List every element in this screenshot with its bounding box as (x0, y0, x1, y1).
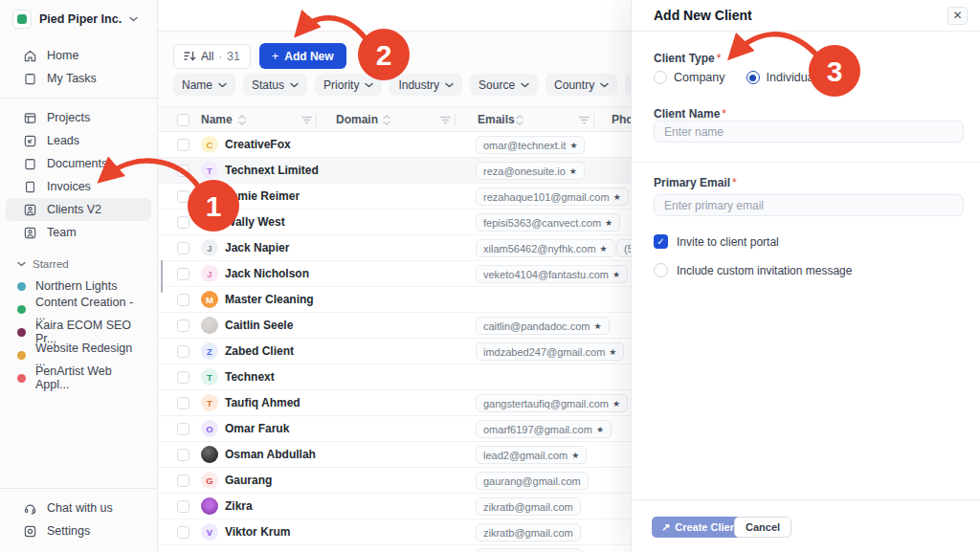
client-name-cell[interactable]: Zabed Client (225, 339, 294, 364)
email-chip[interactable]: reza@onesuite.io ★ (476, 162, 585, 180)
sidebar-item-settings[interactable]: Settings (6, 519, 151, 542)
row-checkbox[interactable] (177, 526, 189, 539)
email-chip[interactable]: omarf6197@gmail.com ★ (476, 420, 612, 438)
client-name-field[interactable] (654, 121, 964, 143)
client-name-cell[interactable]: Gaurang (225, 468, 272, 494)
filter-chip-industry[interactable]: Industry (390, 74, 462, 96)
row-checkbox[interactable] (177, 345, 189, 358)
sidebar-item-invoices[interactable]: Invoices (6, 175, 151, 198)
email-chip[interactable]: caitlin@pandadoc.com ★ (476, 317, 610, 335)
row-checkbox[interactable] (177, 216, 189, 229)
email-chip[interactable]: gangstertaufiq@gmail.com ★ (476, 394, 628, 412)
email-chip[interactable]: xilam56462@nyfhk.com ★ (476, 239, 615, 257)
star-icon: ★ (613, 192, 621, 202)
email-chip[interactable]: imdzabed247@gmail.com ★ (476, 342, 624, 361)
sidebar-item-projects[interactable]: Projects (6, 106, 151, 129)
sidebar-item-documents[interactable]: Documents (6, 152, 151, 175)
star-icon: ★ (571, 451, 579, 460)
filter-chip-status[interactable]: Status (243, 74, 307, 96)
client-name-cell[interactable]: CreativeFox (225, 132, 291, 158)
starred-item[interactable]: Content Creation - ... (0, 298, 157, 320)
sidebar-item-label: Home (47, 49, 78, 62)
row-checkbox[interactable] (177, 500, 189, 513)
row-checkbox[interactable] (177, 294, 189, 306)
sort-toggle-icon[interactable] (383, 115, 390, 125)
email-chip[interactable]: rezahaque101@gmail.com ★ (476, 188, 629, 206)
radio-individual[interactable]: Individual (746, 71, 817, 84)
workspace-switcher[interactable]: Pied Piper Inc. (0, 8, 157, 31)
row-checkbox[interactable] (177, 139, 189, 151)
checkbox-unchecked-icon (654, 263, 668, 277)
filter-icon[interactable] (579, 116, 590, 124)
client-name-cell[interactable]: Master Cleaning (225, 287, 314, 313)
starred-item[interactable]: Northern Lights (0, 275, 157, 298)
close-icon[interactable]: ✕ (947, 7, 968, 25)
filter-chip-label: Status (252, 78, 284, 92)
email-chip[interactable]: omar@technext.it ★ (476, 136, 585, 154)
row-checkbox[interactable] (177, 268, 189, 280)
starred-item[interactable]: Website Redesign ... (0, 343, 157, 366)
row-checkbox[interactable] (177, 320, 189, 332)
select-all-checkbox[interactable] (177, 114, 189, 126)
email-chip[interactable]: gaurang@gmail.com (476, 472, 589, 490)
filter-chip-source[interactable]: Source (470, 74, 538, 96)
radio-company[interactable]: Company (654, 71, 725, 84)
starred-item[interactable]: Kaira ECOM SEO Pr... (0, 320, 157, 343)
column-header-domain[interactable]: Domain (336, 107, 378, 133)
sidebar-item-my-tasks[interactable]: My Tasks (6, 67, 151, 90)
add-new-button[interactable]: + Add New (259, 43, 346, 69)
email-chip[interactable]: lead2@gmail.com ★ (476, 446, 587, 464)
sort-toggle-icon[interactable] (516, 115, 523, 125)
client-name-cell[interactable]: Osman Abdullah (225, 442, 316, 468)
client-name-cell[interactable]: Jack Napier (225, 235, 289, 261)
starred-section-toggle[interactable]: Starred (0, 254, 157, 275)
column-header-emails[interactable]: Emails (478, 107, 515, 133)
client-name-cell[interactable]: Technext (225, 364, 275, 390)
email-text: veketo4104@fantastu.com (483, 269, 609, 280)
column-header-name[interactable]: Name (201, 107, 233, 133)
row-checkbox[interactable] (177, 423, 189, 435)
sidebar-footer: Chat with us Settings (0, 497, 157, 542)
sidebar-item-leads[interactable]: Leads (6, 129, 151, 152)
sidebar-item-home[interactable]: Home (6, 44, 151, 67)
email-chip[interactable]: zikratb@gmail.com (476, 523, 581, 541)
row-checkbox[interactable] (177, 475, 189, 487)
client-name-cell[interactable]: Caitlin Seele (225, 313, 293, 339)
filter-icon[interactable] (440, 116, 451, 124)
cancel-button[interactable]: Cancel (734, 517, 791, 538)
client-name-cell[interactable]: Omar Faruk (225, 416, 289, 442)
view-filter-chip[interactable]: All · 31 (173, 44, 251, 69)
filter-chip-country[interactable]: Country (546, 74, 617, 96)
starred-item[interactable]: PenArtist Web Appl... (0, 366, 157, 389)
sidebar-item-chat-with-us[interactable]: Chat with us (6, 497, 151, 519)
project-color-dot (17, 282, 26, 291)
invite-portal-checkbox[interactable]: ✓ Invite to client portal (654, 234, 779, 249)
row-checkbox[interactable] (177, 397, 189, 409)
filter-icon[interactable] (301, 116, 312, 124)
custom-message-checkbox[interactable]: Include custom invitation message (654, 263, 852, 277)
row-checkbox[interactable] (177, 242, 189, 254)
client-name-cell[interactable]: Zikra (225, 494, 253, 519)
client-name-cell[interactable]: Viktor Krum (225, 519, 290, 545)
row-checkbox[interactable] (177, 371, 189, 384)
row-checkbox[interactable] (177, 449, 189, 461)
client-name-cell[interactable]: Technext Limited (225, 158, 319, 184)
email-chip[interactable]: zikratb@gmail.com (476, 497, 581, 516)
client-name-cell[interactable]: Jamie Reimer (225, 184, 300, 210)
row-checkbox[interactable] (177, 190, 189, 203)
row-checkbox[interactable] (177, 165, 189, 177)
sidebar-item-team[interactable]: Team (6, 221, 151, 244)
scroll-indicator[interactable] (161, 260, 163, 293)
sort-toggle-icon[interactable] (238, 115, 246, 125)
checkbox-checked-icon: ✓ (654, 234, 668, 249)
sidebar-item-clients-v2[interactable]: Clients V2 (6, 198, 151, 221)
primary-email-field[interactable] (654, 194, 964, 216)
client-name-cell[interactable]: Jack Nicholson (225, 261, 309, 287)
filter-chip-name[interactable]: Name (173, 74, 235, 96)
email-chip[interactable] (476, 548, 583, 552)
email-chip[interactable]: veketo4104@fantastu.com ★ (476, 265, 628, 283)
client-name-cell[interactable]: Wally West (225, 210, 285, 235)
email-chip[interactable]: fepisi5363@canvect.com ★ (476, 213, 620, 232)
client-name-cell[interactable]: Taufiq Ahmed (225, 390, 301, 416)
filter-chip-priority[interactable]: Priority (315, 74, 382, 96)
